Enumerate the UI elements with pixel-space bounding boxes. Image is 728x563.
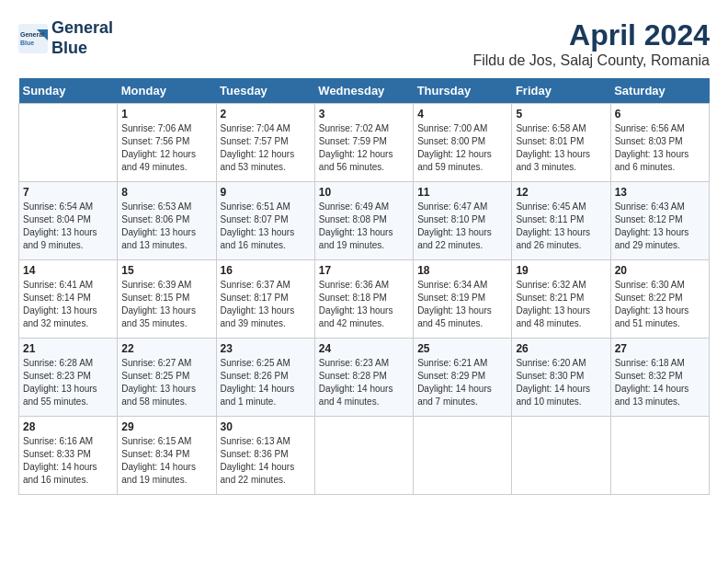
day-info: Sunrise: 6:27 AMSunset: 8:25 PMDaylight:… [121,357,211,408]
day-number: 10 [319,186,409,199]
day-info: Sunrise: 6:53 AMSunset: 8:06 PMDaylight:… [121,201,211,252]
day-cell: 13Sunrise: 6:43 AMSunset: 8:12 PMDayligh… [610,182,709,260]
day-info: Sunrise: 6:16 AMSunset: 8:33 PMDaylight:… [23,435,113,487]
day-cell: 3Sunrise: 7:02 AMSunset: 7:59 PMDaylight… [314,104,413,182]
day-cell: 15Sunrise: 6:39 AMSunset: 8:15 PMDayligh… [118,260,216,339]
day-number: 24 [319,342,409,355]
day-cell: 25Sunrise: 6:21 AMSunset: 8:29 PMDayligh… [414,339,512,417]
weekday-header-saturday: Saturday [610,78,709,104]
day-info: Sunrise: 6:32 AMSunset: 8:21 PMDaylight:… [516,279,606,330]
day-info: Sunrise: 6:51 AMSunset: 8:07 PMDaylight:… [221,201,311,252]
day-info: Sunrise: 6:49 AMSunset: 8:08 PMDaylight:… [319,201,409,252]
day-info: Sunrise: 6:39 AMSunset: 8:15 PMDaylight:… [121,279,211,330]
day-number: 16 [221,264,311,277]
day-info: Sunrise: 6:37 AMSunset: 8:17 PMDaylight:… [221,279,311,330]
day-number: 11 [417,186,507,199]
day-number: 2 [221,108,311,121]
day-info: Sunrise: 7:06 AMSunset: 7:56 PMDaylight:… [121,122,211,174]
day-number: 8 [121,186,211,199]
day-cell: 9Sunrise: 6:51 AMSunset: 8:07 PMDaylight… [216,182,314,260]
week-row-2: 7Sunrise: 6:54 AMSunset: 8:04 PMDaylight… [19,182,710,260]
day-info: Sunrise: 6:43 AMSunset: 8:12 PMDaylight:… [615,201,705,252]
day-cell [512,417,610,495]
day-number: 13 [615,186,705,199]
weekday-header-tuesday: Tuesday [216,78,314,104]
logo-text-line2: Blue [51,39,113,59]
day-info: Sunrise: 6:18 AMSunset: 8:32 PMDaylight:… [615,357,705,408]
day-number: 7 [23,186,113,199]
day-info: Sunrise: 6:20 AMSunset: 8:30 PMDaylight:… [516,357,606,408]
day-info: Sunrise: 6:47 AMSunset: 8:10 PMDaylight:… [417,201,507,252]
day-number: 14 [23,264,113,277]
day-cell: 2Sunrise: 7:04 AMSunset: 7:57 PMDaylight… [216,104,314,182]
day-info: Sunrise: 7:02 AMSunset: 7:59 PMDaylight:… [319,122,409,174]
day-cell: 11Sunrise: 6:47 AMSunset: 8:10 PMDayligh… [414,182,512,260]
logo-icon: General Blue [18,24,48,53]
weekday-header-friday: Friday [512,78,610,104]
day-info: Sunrise: 6:13 AMSunset: 8:36 PMDaylight:… [221,435,311,487]
weekday-header-wednesday: Wednesday [314,78,413,104]
day-cell: 14Sunrise: 6:41 AMSunset: 8:14 PMDayligh… [19,260,118,339]
week-row-5: 28Sunrise: 6:16 AMSunset: 8:33 PMDayligh… [19,417,710,495]
day-cell: 27Sunrise: 6:18 AMSunset: 8:32 PMDayligh… [610,339,709,417]
logo: General Blue General Blue [18,18,113,58]
day-number: 1 [121,108,211,121]
day-cell: 7Sunrise: 6:54 AMSunset: 8:04 PMDaylight… [19,182,118,260]
day-cell: 20Sunrise: 6:30 AMSunset: 8:22 PMDayligh… [610,260,709,339]
day-cell: 12Sunrise: 6:45 AMSunset: 8:11 PMDayligh… [512,182,610,260]
day-number: 9 [221,186,311,199]
day-cell: 28Sunrise: 6:16 AMSunset: 8:33 PMDayligh… [19,417,118,495]
day-number: 23 [221,342,311,355]
day-number: 19 [516,264,606,277]
day-info: Sunrise: 6:45 AMSunset: 8:11 PMDaylight:… [516,201,606,252]
day-cell: 26Sunrise: 6:20 AMSunset: 8:30 PMDayligh… [512,339,610,417]
day-cell: 10Sunrise: 6:49 AMSunset: 8:08 PMDayligh… [314,182,413,260]
day-cell: 1Sunrise: 7:06 AMSunset: 7:56 PMDaylight… [118,104,216,182]
day-number: 18 [417,264,507,277]
day-cell: 22Sunrise: 6:27 AMSunset: 8:25 PMDayligh… [118,339,216,417]
day-info: Sunrise: 6:21 AMSunset: 8:29 PMDaylight:… [417,357,507,408]
weekday-header-sunday: Sunday [19,78,118,104]
day-cell: 29Sunrise: 6:15 AMSunset: 8:34 PMDayligh… [118,417,216,495]
day-number: 30 [221,420,311,433]
title-section: April 2024 Fildu de Jos, Salaj County, R… [472,18,710,69]
weekday-header-row: SundayMondayTuesdayWednesdayThursdayFrid… [19,78,710,104]
day-number: 20 [615,264,705,277]
week-row-4: 21Sunrise: 6:28 AMSunset: 8:23 PMDayligh… [19,339,710,417]
day-info: Sunrise: 7:00 AMSunset: 8:00 PMDaylight:… [417,122,507,174]
day-info: Sunrise: 6:58 AMSunset: 8:01 PMDaylight:… [516,122,606,174]
svg-text:Blue: Blue [20,40,34,46]
day-cell: 4Sunrise: 7:00 AMSunset: 8:00 PMDaylight… [414,104,512,182]
day-number: 27 [615,342,705,355]
day-cell: 24Sunrise: 6:23 AMSunset: 8:28 PMDayligh… [314,339,413,417]
month-year-title: April 2024 [472,18,710,52]
day-cell: 6Sunrise: 6:56 AMSunset: 8:03 PMDaylight… [610,104,709,182]
day-number: 17 [319,264,409,277]
day-cell: 30Sunrise: 6:13 AMSunset: 8:36 PMDayligh… [216,417,314,495]
week-row-1: 1Sunrise: 7:06 AMSunset: 7:56 PMDaylight… [19,104,710,182]
week-row-3: 14Sunrise: 6:41 AMSunset: 8:14 PMDayligh… [19,260,710,339]
day-number: 6 [615,108,705,121]
day-info: Sunrise: 6:23 AMSunset: 8:28 PMDaylight:… [319,357,409,408]
day-cell [314,417,413,495]
svg-text:General: General [20,31,44,38]
day-number: 28 [23,420,113,433]
day-cell: 16Sunrise: 6:37 AMSunset: 8:17 PMDayligh… [216,260,314,339]
day-info: Sunrise: 6:30 AMSunset: 8:22 PMDaylight:… [615,279,705,330]
day-info: Sunrise: 7:04 AMSunset: 7:57 PMDaylight:… [221,122,311,174]
day-info: Sunrise: 6:41 AMSunset: 8:14 PMDaylight:… [23,279,113,330]
location-subtitle: Fildu de Jos, Salaj County, Romania [472,52,710,69]
day-cell: 5Sunrise: 6:58 AMSunset: 8:01 PMDaylight… [512,104,610,182]
weekday-header-monday: Monday [118,78,216,104]
day-cell: 23Sunrise: 6:25 AMSunset: 8:26 PMDayligh… [216,339,314,417]
day-info: Sunrise: 6:25 AMSunset: 8:26 PMDaylight:… [221,357,311,408]
day-number: 5 [516,108,606,121]
day-cell: 17Sunrise: 6:36 AMSunset: 8:18 PMDayligh… [314,260,413,339]
day-number: 22 [121,342,211,355]
day-cell: 21Sunrise: 6:28 AMSunset: 8:23 PMDayligh… [19,339,118,417]
day-number: 25 [417,342,507,355]
day-info: Sunrise: 6:54 AMSunset: 8:04 PMDaylight:… [23,201,113,252]
day-number: 15 [121,264,211,277]
day-cell [414,417,512,495]
day-number: 29 [121,420,211,433]
